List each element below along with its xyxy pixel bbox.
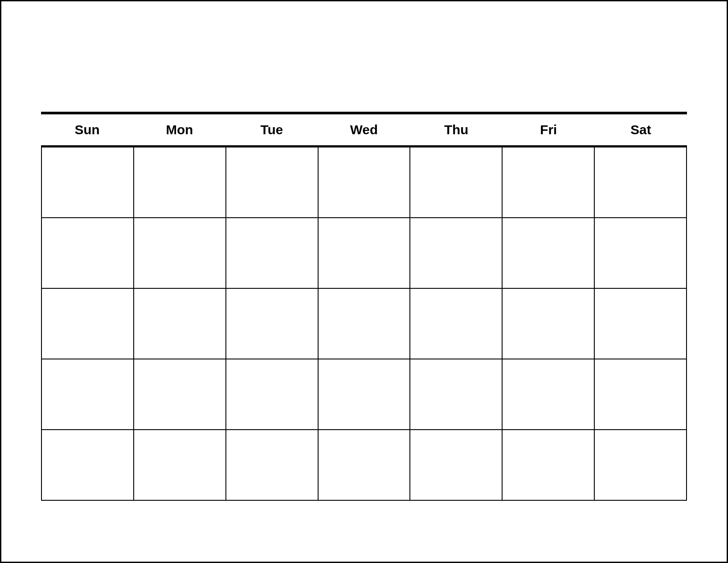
calendar-cell [134, 430, 226, 501]
calendar-cell [226, 430, 319, 501]
calendar-cell [410, 430, 503, 501]
day-header-thu: Thu [410, 122, 503, 137]
day-header-fri: Fri [503, 122, 595, 137]
day-header-sat: Sat [595, 122, 687, 137]
calendar-cell [503, 430, 595, 501]
calendar-cell [410, 218, 503, 289]
calendar-grid [41, 147, 687, 501]
calendar-cell [410, 359, 503, 430]
day-header-wed: Wed [318, 122, 410, 137]
calendar-cell [595, 218, 687, 289]
calendar-cell [42, 430, 134, 501]
day-header-sun: Sun [41, 122, 133, 137]
calendar-cell [595, 359, 687, 430]
calendar-cell [42, 359, 134, 430]
calendar-cell [42, 289, 134, 359]
calendar-cell [42, 218, 134, 289]
calendar-cell [503, 147, 595, 218]
calendar-cell [226, 218, 319, 289]
calendar-cell [319, 218, 411, 289]
calendar-cell [134, 218, 226, 289]
calendar-cell [226, 359, 319, 430]
calendar-cell [42, 147, 134, 218]
calendar-cell [503, 218, 595, 289]
calendar-cell [503, 359, 595, 430]
day-header-tue: Tue [225, 122, 318, 137]
calendar: Sun Mon Tue Wed Thu Fri Sat [41, 112, 687, 501]
calendar-cell [319, 289, 411, 359]
calendar-cell [595, 147, 687, 218]
calendar-cell [226, 289, 319, 359]
calendar-cell [134, 147, 226, 218]
calendar-cell [595, 430, 687, 501]
calendar-cell [226, 147, 319, 218]
calendar-cell [410, 147, 503, 218]
calendar-cell [319, 359, 411, 430]
day-header-row: Sun Mon Tue Wed Thu Fri Sat [41, 114, 687, 145]
calendar-cell [410, 289, 503, 359]
day-header-mon: Mon [133, 122, 225, 137]
calendar-cell [503, 289, 595, 359]
calendar-cell [595, 289, 687, 359]
calendar-cell [134, 359, 226, 430]
page-frame: Sun Mon Tue Wed Thu Fri Sat [0, 0, 728, 563]
calendar-cell [319, 147, 411, 218]
calendar-cell [319, 430, 411, 501]
calendar-cell [134, 289, 226, 359]
